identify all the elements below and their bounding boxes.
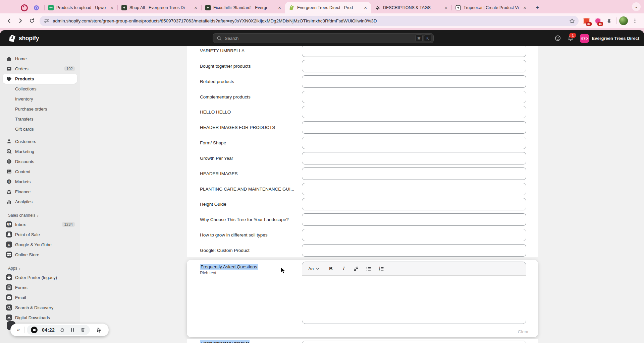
sidebar-item-online-store[interactable]: Online Store <box>3 250 77 260</box>
sidebar-item-finance[interactable]: Finance <box>3 187 77 197</box>
metafield-input[interactable] <box>302 106 526 118</box>
sidebar-item-discounts[interactable]: Discounts <box>3 156 77 166</box>
sidebar-item-markets[interactable]: $Markets <box>3 177 77 187</box>
metafield-input[interactable] <box>302 341 526 343</box>
text-style-dropdown[interactable]: Aa <box>308 266 319 271</box>
sidebar-item-search-discovery[interactable]: Search & Discovery <box>3 302 77 313</box>
browser-tab[interactable]: Ficus hillii 'Standard' - Evergr✕ <box>201 2 285 13</box>
metafield-row: Form/ Shape <box>187 135 538 151</box>
browser-tab[interactable]: DESCRIPTIONS & TAGS✕ <box>371 2 451 13</box>
rich-text-editor[interactable]: Aa B I 123 <box>302 262 526 324</box>
browser-tab[interactable]: Shop All - Evergreen Trees Di✕ <box>117 2 201 13</box>
sidebar-item-home[interactable]: Home <box>3 54 77 64</box>
browser-tab[interactable]: Trupeer.ai | Create Product Vi✕ <box>451 2 530 13</box>
metafield-row: VARIETY UMBRELLA <box>187 46 538 59</box>
sidebar-item-order-printer-legacy[interactable]: Order Printer (legacy) <box>3 272 77 282</box>
tab-overflow-button[interactable]: ⌄ <box>632 2 641 11</box>
sidebar-item-digital-downloads[interactable]: Digital Downloads <box>3 313 77 323</box>
cursor-mode-icon[interactable] <box>96 327 102 333</box>
metafield-input[interactable] <box>302 244 526 257</box>
sidebar-item-purchase-orders[interactable]: Purchase orders <box>3 104 77 114</box>
rich-text-content[interactable] <box>302 276 526 324</box>
link-button[interactable] <box>353 265 359 272</box>
tab-close-icon[interactable]: ✕ <box>522 5 528 11</box>
metafield-input[interactable] <box>302 229 526 241</box>
numbered-list-button[interactable]: 123 <box>379 265 384 272</box>
finance-icon <box>6 189 12 195</box>
metafield-input[interactable] <box>302 198 526 210</box>
clear-button[interactable]: Clear <box>518 329 529 334</box>
sidebar-item-label: Content <box>15 169 75 174</box>
metafield-label-selected[interactable]: Complementary product <box>200 340 250 343</box>
sidebar-item-inbox[interactable]: $Inbox1234 <box>3 219 77 229</box>
pause-recording-icon[interactable] <box>69 327 75 333</box>
stop-recording-button[interactable] <box>31 327 38 333</box>
metafields-list: VARIETY UMBRELLABought together products… <box>187 46 538 257</box>
bullet-list-button[interactable] <box>366 265 372 272</box>
tab-close-icon[interactable]: ✕ <box>277 5 282 11</box>
extension-pink-icon[interactable]: 16 <box>592 15 603 26</box>
tab-strip-tabs: Products to upload - Upwork✕Shop All - E… <box>44 0 530 13</box>
tab-close-icon[interactable]: ✕ <box>193 5 199 11</box>
bookmark-star-icon[interactable] <box>569 18 575 24</box>
browser-menu-icon[interactable] <box>629 15 641 26</box>
tab-close-icon[interactable]: ✕ <box>363 5 368 11</box>
chevron-right-icon: › <box>19 266 20 271</box>
extensions-puzzle-icon[interactable] <box>603 15 615 26</box>
forward-button[interactable] <box>15 15 26 26</box>
restart-recording-icon[interactable] <box>59 327 65 333</box>
sidebar-item-products[interactable]: Products <box>3 74 77 84</box>
metafield-title-selected[interactable]: Frequently Asked Questions <box>200 264 258 270</box>
metafield-input[interactable] <box>302 183 526 195</box>
metafield-row: Complementary products <box>187 89 538 105</box>
recording-indicator-icon[interactable] <box>21 4 28 11</box>
sidebar-item-forms[interactable]: Forms <box>3 282 77 292</box>
inbox-chat-icon[interactable] <box>554 35 561 42</box>
sidebar-item-gift-cards[interactable]: Gift cards <box>3 124 77 134</box>
new-tab-button[interactable]: + <box>532 3 542 13</box>
metafield-input[interactable] <box>302 152 526 164</box>
sidebar-item-google-youtube[interactable]: GGoogle & YouTube <box>3 239 77 250</box>
sidebar-item-marketing[interactable]: Marketing <box>3 146 77 156</box>
reload-button[interactable] <box>26 15 38 26</box>
sheets-favicon <box>48 5 54 10</box>
back-button[interactable] <box>3 15 15 26</box>
sidebar-item-point-of-sale[interactable]: Point of Sale <box>3 229 77 239</box>
bold-button[interactable]: B <box>328 265 334 272</box>
metafield-input[interactable] <box>302 137 526 149</box>
store-menu[interactable]: ETD Evergreen Trees Direct <box>580 34 639 43</box>
metafield-input[interactable] <box>302 213 526 226</box>
tab-close-icon[interactable]: ✕ <box>109 5 115 11</box>
sidebar-item-transfers[interactable]: Transfers <box>3 114 77 124</box>
sidebar-item-analytics[interactable]: Analytics <box>3 197 77 207</box>
collapse-button[interactable]: « <box>14 327 22 333</box>
sidebar-item-customers[interactable]: Customers <box>3 136 77 146</box>
metafield-input[interactable] <box>302 46 526 57</box>
extension-indicator-icon[interactable] <box>34 5 39 10</box>
sales-channels-header[interactable]: Sales channels› <box>0 211 80 219</box>
profile-avatar[interactable] <box>618 15 629 26</box>
metafield-input[interactable] <box>302 60 526 72</box>
extension-red-icon[interactable]: 30 <box>581 15 592 26</box>
metafield-input[interactable] <box>302 75 526 88</box>
sidebar-item-collections[interactable]: Collections <box>3 84 77 94</box>
browser-tab[interactable]: Evergreen Trees Direct · Prod✕ <box>285 2 371 13</box>
apps-header[interactable]: Apps› <box>0 264 80 272</box>
sidebar-item-email[interactable]: Email <box>3 292 77 302</box>
tab-title: Evergreen Trees Direct · Prod <box>297 5 360 10</box>
shopify-logo[interactable]: shopify <box>9 34 39 43</box>
address-bar[interactable]: admin.shopify.com/store/green-group-onli… <box>40 16 579 26</box>
sidebar-item-orders[interactable]: Orders102 <box>3 64 77 74</box>
browser-tab[interactable]: Products to upload - Upwork✕ <box>44 2 117 13</box>
tab-close-icon[interactable]: ✕ <box>443 5 449 11</box>
italic-button[interactable]: I <box>341 265 346 272</box>
notifications-bell-icon[interactable]: 1 <box>567 35 574 42</box>
metafield-input[interactable] <box>302 91 526 103</box>
metafield-input[interactable] <box>302 167 526 180</box>
sidebar-item-content[interactable]: Content <box>3 166 77 177</box>
sidebar-item-inventory[interactable]: Inventory <box>3 94 77 104</box>
admin-search-bar[interactable]: Search ⌘ K <box>213 33 434 43</box>
metafield-input[interactable] <box>302 121 526 134</box>
customers-icon <box>6 138 12 144</box>
delete-recording-icon[interactable] <box>80 327 86 333</box>
